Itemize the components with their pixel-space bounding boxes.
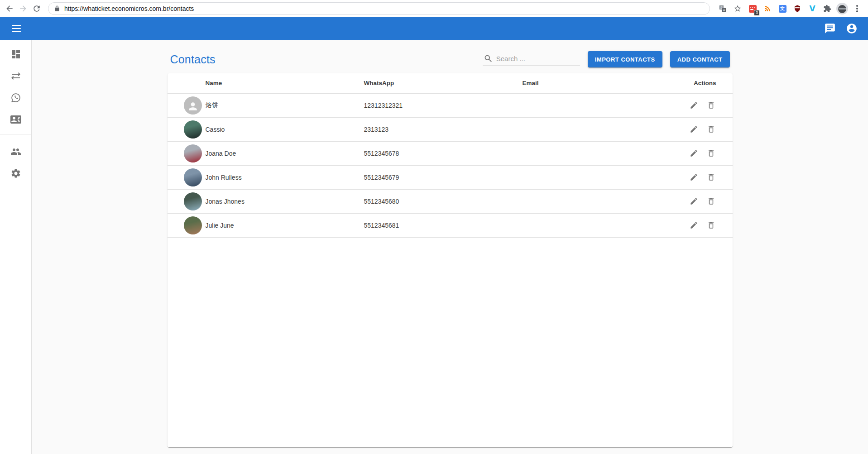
- sidebar-item-users[interactable]: [0, 141, 31, 162]
- delete-trash-icon: [707, 101, 715, 110]
- contact-name: Joana Doe: [206, 141, 364, 165]
- column-whatsapp: WhatsApp: [364, 73, 473, 93]
- browser-menu-button[interactable]: [851, 2, 863, 15]
- column-avatar: [168, 73, 206, 93]
- browser-back-button[interactable]: [3, 2, 16, 15]
- page-title: Contacts: [170, 53, 216, 66]
- translate-extension-button[interactable]: 文: [776, 2, 789, 15]
- delete-contact-button[interactable]: [705, 171, 718, 184]
- extensions-puzzle-button[interactable]: [821, 2, 834, 15]
- people-icon: [10, 146, 21, 157]
- contact-whatsapp: 5512345679: [364, 165, 473, 189]
- extension-area: 文 A 3 文 V: [716, 2, 863, 15]
- delete-contact-button[interactable]: [705, 195, 718, 208]
- lock-icon: [54, 5, 60, 12]
- contact-whatsapp: 5512345681: [364, 213, 473, 237]
- avatar: [184, 96, 202, 115]
- swap-arrows-icon: [10, 71, 21, 81]
- column-email: Email: [473, 73, 589, 93]
- svg-text:A: A: [723, 9, 725, 12]
- ninja-avatar: [836, 3, 848, 14]
- address-bar[interactable]: https://whaticket.economicros.com.br/con…: [48, 2, 710, 15]
- bookmark-star-button[interactable]: [731, 2, 744, 15]
- person-icon: [187, 100, 199, 112]
- browser-toolbar: https://whaticket.economicros.com.br/con…: [0, 0, 868, 17]
- contact-name: John Rulless: [206, 165, 364, 189]
- v-extension-button[interactable]: V: [806, 2, 819, 15]
- v-extension-icon: V: [809, 4, 815, 13]
- browser-refresh-button[interactable]: [30, 2, 43, 15]
- contact-email: [473, 165, 589, 189]
- browser-profile-button[interactable]: [836, 2, 849, 15]
- delete-trash-icon: [707, 125, 715, 134]
- search-icon: [484, 54, 493, 63]
- url-text: https://whaticket.economicros.com.br/con…: [64, 5, 194, 12]
- red-extension-button[interactable]: 3: [746, 2, 759, 15]
- refresh-icon: [32, 4, 41, 13]
- edit-contact-button[interactable]: [687, 147, 701, 160]
- edit-contact-button[interactable]: [687, 195, 701, 208]
- edit-contact-button[interactable]: [687, 123, 701, 136]
- table-row: 烙饼 12312312321: [168, 93, 733, 117]
- shield-extension-icon: [793, 5, 801, 13]
- contacts-tbody: 烙饼 12312312321 Cassio 2313123: [168, 93, 733, 237]
- contact-name: Julie June: [206, 213, 364, 237]
- contact-email: [473, 117, 589, 141]
- delete-contact-button[interactable]: [705, 99, 718, 112]
- announcements-button[interactable]: [819, 18, 841, 39]
- delete-contact-button[interactable]: [705, 219, 718, 232]
- user-profile-button[interactable]: [841, 18, 863, 39]
- avatar: [184, 216, 202, 234]
- contact-email: [473, 93, 589, 117]
- column-name: Name: [206, 73, 364, 93]
- contact-email: [473, 213, 589, 237]
- puzzle-extension-icon: [823, 5, 831, 13]
- delete-trash-icon: [707, 173, 715, 182]
- delete-contact-button[interactable]: [705, 123, 718, 136]
- avatar: [184, 144, 202, 162]
- avatar: [184, 192, 202, 210]
- ublock-extension-button[interactable]: [791, 2, 804, 15]
- chat-icon: [824, 23, 836, 34]
- import-contacts-button[interactable]: IMPORT CONTACTS: [588, 51, 662, 67]
- app-bar: [0, 17, 868, 40]
- edit-pencil-icon: [690, 197, 698, 205]
- edit-contact-button[interactable]: [687, 171, 701, 184]
- browser-forward-button[interactable]: [16, 2, 30, 15]
- sidebar-item-tickets[interactable]: [0, 87, 31, 109]
- delete-trash-icon: [707, 221, 715, 229]
- star-icon: [734, 5, 742, 13]
- sidebar-item-connections[interactable]: [0, 65, 31, 87]
- edit-contact-button[interactable]: [687, 219, 701, 232]
- contacts-table: Name WhatsApp Email Actions 烙饼 123123123…: [168, 73, 733, 238]
- contact-name: Jonas Jhones: [206, 189, 364, 213]
- sidebar-item-settings[interactable]: [0, 162, 31, 184]
- contact-email: [473, 141, 589, 165]
- back-arrow-icon: [5, 4, 14, 13]
- add-contact-button[interactable]: ADD CONTACT: [670, 51, 730, 67]
- account-circle-icon: [846, 23, 858, 34]
- rss-extension-button[interactable]: [761, 2, 774, 15]
- rss-icon: [763, 5, 772, 13]
- table-row: Julie June 5512345681: [168, 213, 733, 237]
- delete-trash-icon: [707, 149, 715, 158]
- extension-badge: 3: [754, 10, 760, 16]
- table-header-row: Name WhatsApp Email Actions: [168, 73, 733, 93]
- column-actions: Actions: [589, 73, 733, 93]
- forward-arrow-icon: [19, 4, 28, 13]
- page-header: Contacts IMPORT CONTACTS ADD CONTACT: [168, 46, 733, 72]
- contact-whatsapp: 5512345680: [364, 189, 473, 213]
- delete-contact-button[interactable]: [705, 147, 718, 160]
- sidebar-item-dashboard[interactable]: [0, 43, 31, 65]
- whatsapp-icon: [10, 92, 21, 103]
- dashboard-icon: [10, 49, 21, 60]
- contacts-card: Name WhatsApp Email Actions 烙饼 123123123…: [168, 73, 733, 447]
- avatar: [184, 168, 202, 186]
- menu-toggle-button[interactable]: [5, 18, 27, 39]
- search-input[interactable]: [496, 55, 579, 62]
- sidebar-item-contacts[interactable]: [0, 109, 31, 130]
- avatar: [184, 120, 202, 139]
- header-controls: IMPORT CONTACTS ADD CONTACT: [483, 51, 730, 67]
- translate-page-button[interactable]: 文 A: [716, 2, 729, 15]
- edit-contact-button[interactable]: [687, 99, 701, 112]
